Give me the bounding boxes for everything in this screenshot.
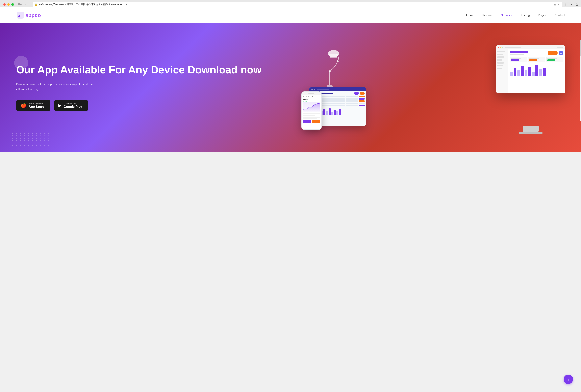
decoration-dot [20, 135, 21, 136]
hero-decoration-circle [14, 56, 28, 70]
traffic-lights [3, 3, 14, 6]
phone-content: Month Dynamics $12301 ↑1.1% [302, 95, 321, 124]
decoration-dot [44, 143, 45, 143]
decoration-dot [32, 143, 33, 143]
hero-subtitle: Duis aute irure dolor in reprehenderit i… [16, 82, 101, 92]
monitor-content: A [496, 49, 565, 93]
phone-stat-value: $12301 [303, 98, 320, 100]
monitor-chart [510, 64, 563, 76]
decoration-dot [40, 143, 41, 143]
decoration-dot [40, 138, 41, 139]
decoration-dot [28, 138, 29, 139]
decoration-dot [32, 138, 33, 139]
nav-arrows: ‹ › [24, 2, 30, 7]
minimize-button[interactable] [7, 3, 10, 6]
decoration-dot [24, 133, 25, 134]
nav-item-contact[interactable]: Contact [554, 13, 565, 17]
nav-item-services[interactable]: Services [501, 13, 512, 18]
decoration-dot [48, 138, 49, 139]
nav-item-pages[interactable]: Pages [538, 13, 546, 17]
laptop-chart [321, 107, 365, 115]
svg-text:a: a [18, 13, 20, 18]
decoration-dot [32, 133, 33, 134]
app-store-name: App Store [29, 105, 44, 109]
share-icon[interactable]: ⬆ [565, 2, 567, 6]
monitor-titlebar [496, 45, 565, 49]
decoration-dot [44, 138, 45, 139]
nav-item-pricing[interactable]: Pricing [520, 13, 530, 17]
back-button[interactable]: ‹ [24, 2, 26, 7]
decoration-dot [48, 145, 49, 146]
decoration-dot [48, 133, 49, 134]
reader-icon[interactable]: ⊞ [554, 3, 556, 6]
logo[interactable]: a appco [16, 11, 41, 19]
browser-chrome: ‹ › 🔒 ars/janewang/Downloads/网页设计工作室网络公司… [0, 0, 581, 7]
decoration-dot [32, 145, 33, 146]
decoration-dot [20, 138, 21, 139]
new-tab-icon[interactable]: + [570, 3, 572, 6]
phone-chart [303, 102, 320, 112]
decoration-dot [12, 138, 13, 139]
decoration-dot [28, 135, 29, 136]
decoration-dot [12, 140, 13, 141]
apple-icon: 🍎 [20, 102, 26, 108]
url-text: ars/janewang/Downloads/网页设计工作室网络公司网站html… [39, 3, 553, 6]
decoration-dot [44, 133, 45, 134]
decoration-dot [12, 133, 13, 134]
decoration-dot [28, 133, 29, 134]
decoration-dot [16, 145, 17, 146]
app-store-label: Available on the [29, 102, 44, 104]
decoration-dot [24, 143, 25, 143]
decoration-dot [44, 145, 45, 146]
logo-icon: a [16, 11, 24, 19]
decoration-dot [28, 143, 29, 143]
decoration-dot [16, 133, 17, 134]
nav-item-feature[interactable]: Feature [482, 13, 493, 17]
lamp-decoration [318, 45, 342, 89]
maximize-button[interactable] [11, 3, 14, 6]
decoration-dot [20, 145, 21, 146]
close-button[interactable] [3, 3, 6, 6]
decoration-dot [40, 133, 41, 134]
decoration-dot [40, 135, 41, 136]
decoration-dot [20, 133, 21, 134]
sidebar-toggle[interactable] [18, 3, 22, 6]
hero-content: Our App Available For Any Device Downloa… [16, 64, 290, 111]
site-header: a appco HomeFeatureServicesPricingPagesC… [0, 7, 581, 23]
nav-item-home[interactable]: Home [466, 13, 474, 17]
monitor-sidebar [496, 49, 508, 93]
dots-decoration [12, 133, 51, 146]
forward-button[interactable]: › [28, 2, 30, 7]
google-play-icon: ▶ [58, 103, 62, 108]
decoration-dot [12, 143, 13, 143]
google-play-button[interactable]: ▶ Download from Google Play [54, 100, 88, 111]
phone-stat-change: ↑1.1% [303, 101, 320, 102]
refresh-icon[interactable]: ↻ [558, 3, 560, 6]
decoration-dot [40, 140, 41, 141]
decoration-dot [36, 133, 37, 134]
decoration-dot [44, 135, 45, 136]
browser-actions: ⬆ + ⧉ [565, 2, 578, 6]
scrollbar-thumb[interactable] [580, 40, 581, 56]
svg-point-6 [337, 60, 339, 62]
address-bar[interactable]: 🔒 ars/janewang/Downloads/网页设计工作室网络公司网站ht… [33, 2, 562, 7]
monitor-stand [522, 126, 539, 132]
scrollbar[interactable] [580, 40, 581, 121]
decoration-dot [32, 135, 33, 136]
laptop-titlebar [310, 87, 366, 91]
decoration-dot [16, 143, 17, 143]
security-icon: 🔒 [35, 3, 38, 6]
phone-mockup: Month Dynamics $12301 ↑1.1% [302, 91, 322, 130]
decoration-dot [36, 135, 37, 136]
decoration-dot [28, 140, 29, 141]
address-bar-actions: ⊞ ↻ [554, 3, 560, 6]
phone-notch [302, 92, 321, 95]
decoration-dot [24, 145, 25, 146]
tabs-icon[interactable]: ⧉ [576, 3, 578, 6]
google-play-label: Download from [64, 102, 82, 104]
app-store-button[interactable]: 🍎 Available on the App Store [16, 100, 50, 111]
decoration-dot [36, 140, 37, 141]
decoration-dot [48, 140, 49, 141]
decoration-dot [24, 138, 25, 139]
google-play-name: Google Play [64, 105, 82, 109]
